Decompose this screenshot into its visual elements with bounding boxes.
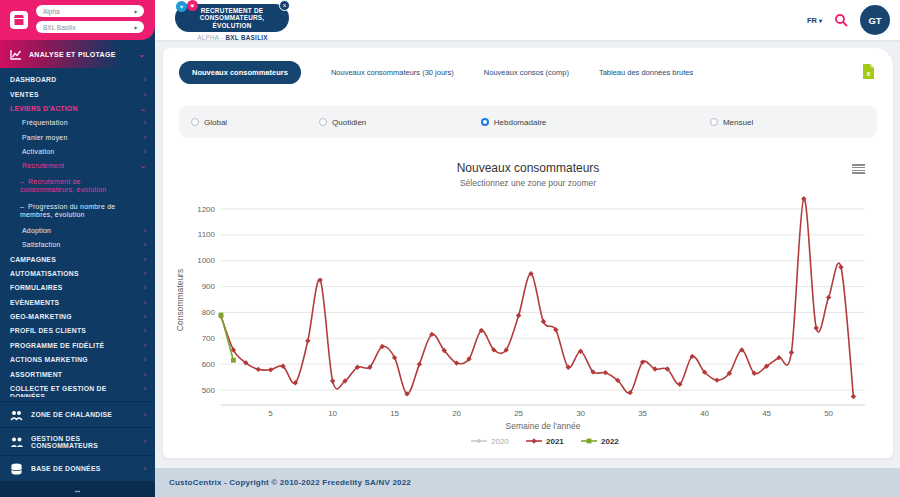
chevron-right-icon: ›: [144, 371, 146, 379]
sidebar-item-assortiment[interactable]: ASSORTIMENT›: [0, 367, 155, 381]
svg-text:30: 30: [576, 409, 585, 418]
chevron-right-icon: ›: [144, 438, 146, 445]
favorite-heart-icon[interactable]: ♥: [187, 0, 198, 11]
radio-mensuel[interactable]: Mensuel: [710, 118, 865, 127]
legend-item-2022[interactable]: 2022: [581, 437, 619, 446]
sidebar-item-collecte-et-gestion-de-donn-es[interactable]: COLLECTE ET GESTION DE DONNÉES›: [0, 382, 155, 397]
granularity-filter: GlobalQuotidienHebdomadaireMensuel: [179, 106, 877, 138]
sidebar-item-base-de-donn-es[interactable]: BASE DE DONNÉES›: [0, 456, 155, 482]
svg-text:1000: 1000: [197, 256, 215, 265]
legend-item-2020[interactable]: 2020: [471, 437, 509, 446]
chevron-right-icon: ›: [144, 342, 146, 350]
close-icon[interactable]: ×: [279, 0, 290, 11]
expand-icon: ↔: [73, 485, 82, 495]
radio-hebdomadaire[interactable]: Hebdomadaire: [481, 118, 710, 127]
y-axis-label: Consommateurs: [175, 269, 185, 331]
search-icon[interactable]: [834, 13, 848, 27]
radio-circle-icon: [191, 118, 199, 126]
sidebar-item-ev-nements[interactable]: EVÈNEMENTS›: [0, 296, 155, 310]
radio-circle-icon: [710, 118, 718, 126]
users-icon: [10, 436, 23, 448]
sidebar-item-geo-marketing[interactable]: GEO-MARKETING›: [0, 310, 155, 324]
breadcrumb: ALPHA - BXL BASILIX: [155, 34, 310, 41]
chevron-right-icon: ›: [144, 227, 146, 235]
svg-text:2020: 2020: [491, 437, 509, 446]
svg-text:10: 10: [328, 409, 337, 418]
chart-svg[interactable]: Nouveaux consommateursSélectionnez une z…: [171, 150, 885, 450]
sidebar-item-profil-des-clients[interactable]: PROFIL DES CLIENTS›: [0, 324, 155, 338]
tab-nouveaux-consos-comp[interactable]: Nouveaux consos (comp): [484, 68, 569, 77]
sidebar-item-label: COLLECTE ET GESTION DE DONNÉES: [10, 385, 144, 397]
radio-global[interactable]: Global: [191, 118, 319, 127]
chevron-right-icon: ›: [144, 284, 146, 292]
sidebar-item-analyse-et-pilotage[interactable]: ANALYSE ET PILOTAGE ⌄: [0, 40, 155, 68]
sidebar-item-automatisations[interactable]: AUTOMATISATIONS›: [0, 267, 155, 281]
tab-nouveaux-consommateurs-30-jours[interactable]: Nouveaux consommateurs (30 jours): [331, 68, 454, 77]
svg-text:40: 40: [700, 409, 709, 418]
sidebar-item-activation[interactable]: Activation›: [0, 145, 155, 159]
sidebar-item-ventes[interactable]: VENTES›: [0, 87, 155, 101]
sidebar-item-panier-moyen[interactable]: Panier moyen›: [0, 131, 155, 145]
legend-item-2021[interactable]: 2021: [526, 437, 564, 446]
sidebar-item-label: LEVIERS D'ACTION: [10, 105, 140, 113]
sidebar-item-satisfaction[interactable]: Satisfaction›: [0, 238, 155, 252]
sidebar-item-adoption[interactable]: Adoption›: [0, 224, 155, 238]
svg-text:900: 900: [202, 282, 216, 291]
app-window: Alpha ▾ BXL Basilix ▾ ANALYSE ET PILOTAG…: [0, 0, 900, 497]
svg-text:1200: 1200: [197, 205, 215, 214]
chevron-right-icon: ›: [144, 313, 146, 321]
tab-nouveaux-consommateurs[interactable]: Nouveaux consommateurs: [179, 61, 301, 84]
language-selector[interactable]: FR ▾: [807, 16, 822, 25]
sidebar-item-label: PROFIL DES CLIENTS: [10, 327, 144, 335]
chevron-down-icon: ▾: [134, 24, 137, 31]
x-axis-label: Semaine de l'année: [506, 421, 581, 431]
sidebar-item-recrutement[interactable]: Recrutement⌄: [0, 159, 155, 173]
tab-tableau-des-donn-es-brutes[interactable]: Tableau des données brutes: [599, 68, 693, 77]
sidebar-item-recrutement-de-consommateurs-volution[interactable]: –Recrutement de consommateurs, évolution: [0, 174, 155, 199]
svg-text:500: 500: [202, 386, 216, 395]
excel-export-icon[interactable]: x: [862, 63, 875, 80]
tab-bar: Nouveaux consommateursNouveaux consommat…: [179, 60, 853, 84]
chevron-right-icon: ›: [144, 241, 146, 249]
location-select[interactable]: BXL Basilix ▾: [36, 21, 144, 33]
sidebar-item-label: Satisfaction: [22, 241, 144, 249]
sidebar-header: Alpha ▾ BXL Basilix ▾: [0, 0, 155, 40]
sidebar-item-actions-marketing[interactable]: ACTIONS MARKETING›: [0, 353, 155, 367]
sidebar-item-zone-de-chalandise[interactable]: ZONE DE CHALANDISE›: [0, 402, 155, 428]
sidebar-item-gestion-des-consommateurs[interactable]: GESTION DES CONSOMMATEURS›: [0, 428, 155, 456]
chevron-down-icon: ⌄: [140, 162, 146, 170]
chevron-right-icon: ›: [144, 385, 146, 393]
sidebar-item-dashboard[interactable]: DASHBOARD›: [0, 73, 155, 87]
chart-title: Nouveaux consommateurs: [457, 161, 600, 175]
sidebar-item-campagnes[interactable]: CAMPAGNES›: [0, 252, 155, 266]
user-avatar[interactable]: GT: [860, 5, 890, 35]
chart-menu-icon[interactable]: [852, 164, 865, 174]
sidebar-collapse-handle[interactable]: ↔: [0, 482, 155, 497]
svg-text:x: x: [867, 70, 871, 77]
sidebar-item-label: DASHBOARD: [10, 76, 144, 84]
svg-text:800: 800: [202, 308, 216, 317]
sidebar-item-progression-du-nombre-de-membres-volution[interactable]: –Progression du nombre de membres, évolu…: [0, 199, 155, 224]
svg-text:15: 15: [390, 409, 399, 418]
sidebar-item-label: GEO-MARKETING: [10, 313, 144, 321]
chart-subtitle: Sélectionnez une zone pour zoomer: [460, 178, 596, 188]
chart[interactable]: Nouveaux consommateursSélectionnez une z…: [171, 150, 885, 450]
sidebar-section-title: ANALYSE ET PILOTAGE: [29, 51, 131, 58]
content-card: Nouveaux consommateursNouveaux consommat…: [163, 48, 893, 458]
sidebar-item-label: Recrutement: [22, 162, 140, 170]
top-header: RECRUTEMENT DE CONSOMMATEURS, ÉVOLUTION …: [155, 0, 900, 40]
sidebar-item-label: Panier moyen: [22, 134, 144, 142]
radio-quotidien[interactable]: Quotidien: [319, 118, 481, 127]
svg-text:2022: 2022: [601, 437, 619, 446]
sidebar-item-label: Adoption: [22, 227, 144, 235]
chevron-right-icon: ›: [144, 356, 146, 364]
sidebar-item-fr-quentation[interactable]: Fréquentation›: [0, 116, 155, 130]
sidebar-item-label: VENTES: [10, 91, 144, 99]
sidebar-item-programme-de-fid-lit[interactable]: PROGRAMME DE FIDÉLITÉ›: [0, 339, 155, 353]
series-2022-line: [221, 315, 233, 360]
chevron-right-icon: ›: [144, 119, 146, 127]
chevron-down-icon: ▾: [819, 18, 822, 24]
store-select[interactable]: Alpha ▾: [36, 5, 144, 17]
sidebar-item-formulaires[interactable]: FORMULAIRES›: [0, 281, 155, 295]
sidebar-item-leviers-d-action[interactable]: LEVIERS D'ACTION⌄: [0, 102, 155, 116]
